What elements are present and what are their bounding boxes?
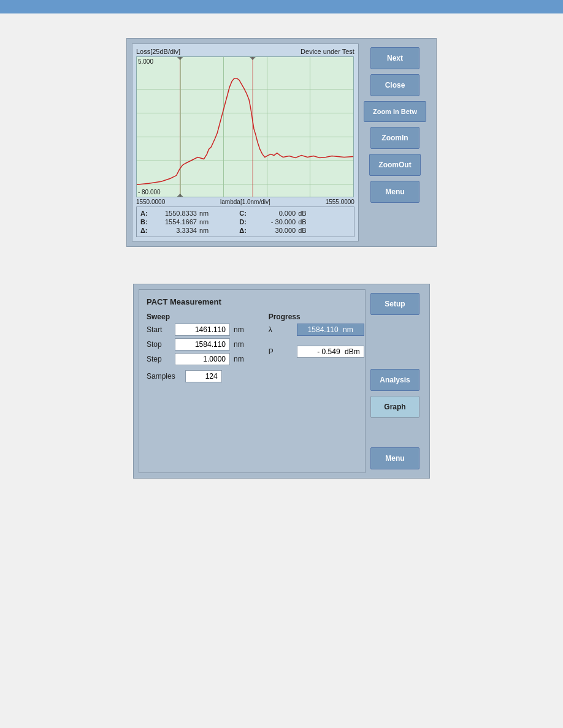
graph-button[interactable]: Graph (370, 396, 419, 418)
pact-content-area: PACT Measurement Sweep Start 1461.110 nm… (139, 289, 366, 473)
x-label: lambda[1.0nm/div] (220, 199, 270, 205)
p-value: - 0.549 dBm (297, 346, 364, 358)
meas-delta-value: 3.3334 (154, 227, 197, 234)
meas-delta: Δ: 3.3334 nm (140, 227, 209, 234)
meas-delta2-value: 30.000 (253, 227, 296, 234)
progress-label: Progress (269, 313, 364, 321)
samples-row: Samples 124 (147, 370, 244, 382)
pact-buttons-col: Setup Analysis Graph Menu (366, 289, 424, 473)
meas-col-right: C: 0.000 dB D: - 30.000 dB Δ: 30.000 (239, 210, 306, 234)
graph-chart: 5.000 - 80.000 (136, 56, 354, 197)
p-row: P - 0.549 dBm (269, 346, 364, 358)
start-row: Start 1461.110 nm (147, 324, 244, 336)
meas-delta2: Δ: 30.000 dB (239, 227, 306, 234)
samples-value: 124 (185, 370, 222, 382)
step-row: Step 1.0000 nm (147, 353, 244, 365)
graph-header: Loss[25dB/div] Device under Test (136, 48, 354, 55)
graph-panel: Loss[25dB/div] Device under Test 5.000 -… (126, 38, 437, 247)
meas-b: B: 1554.1667 nm (140, 218, 209, 226)
meas-col-left: A: 1550.8333 nm B: 1554.1667 nm Δ: 3.333… (140, 210, 209, 234)
pact-columns: Sweep Start 1461.110 nm Stop 1584.110 nm… (147, 313, 358, 382)
meas-c-value: 0.000 (253, 210, 296, 217)
meas-a: A: 1550.8333 nm (140, 210, 209, 217)
lambda-label: λ (269, 325, 293, 334)
pact-menu-button[interactable]: Menu (370, 447, 419, 469)
start-unit: nm (234, 325, 244, 334)
graph-content-area: Loss[25dB/div] Device under Test 5.000 -… (132, 44, 359, 241)
start-value: 1461.110 (175, 324, 230, 336)
meas-c-label: C: (239, 210, 250, 217)
sweep-label: Sweep (147, 313, 244, 321)
analysis-button[interactable]: Analysis (370, 369, 419, 391)
meas-a-value: 1550.8333 (154, 210, 197, 217)
meas-a-label: A: (140, 210, 151, 217)
lambda-value: 1584.110 nm (297, 324, 364, 336)
meas-d: D: - 30.000 dB (239, 218, 306, 226)
stop-row: Stop 1584.110 nm (147, 338, 244, 351)
meas-d-unit: dB (298, 218, 306, 226)
svg-marker-3 (250, 57, 256, 60)
step-unit: nm (234, 355, 244, 363)
graph-x-axis: 1550.0000 lambda[1.0nm/div] 1555.0000 (136, 199, 354, 205)
graph-menu-button[interactable]: Menu (370, 181, 419, 203)
meas-d-value: - 30.000 (253, 218, 296, 226)
meas-delta2-unit: dB (298, 227, 306, 234)
pact-panel: PACT Measurement Sweep Start 1461.110 nm… (133, 284, 430, 479)
top-banner (0, 0, 563, 13)
main-content: Loss[25dB/div] Device under Test 5.000 -… (0, 32, 563, 485)
meas-c: C: 0.000 dB (239, 210, 306, 217)
zoom-in-button[interactable]: ZoomIn (370, 127, 419, 149)
meas-row: A: 1550.8333 nm B: 1554.1667 nm Δ: 3.333… (140, 210, 350, 234)
stop-value: 1584.110 (175, 338, 230, 351)
lambda-row: λ 1584.110 nm (269, 324, 364, 336)
close-button[interactable]: Close (370, 74, 419, 96)
meas-b-unit: nm (199, 218, 209, 226)
setup-button[interactable]: Setup (370, 293, 419, 315)
next-button[interactable]: Next (370, 47, 419, 69)
graph-measurements: A: 1550.8333 nm B: 1554.1667 nm Δ: 3.333… (136, 207, 354, 237)
step-label: Step (147, 355, 171, 363)
x-end: 1555.0000 (326, 199, 354, 205)
meas-d-label: D: (239, 218, 250, 226)
meas-c-unit: dB (298, 210, 306, 217)
sweep-section: Sweep Start 1461.110 nm Stop 1584.110 nm… (147, 313, 244, 382)
progress-section: Progress λ 1584.110 nm P - 0.549 (269, 313, 364, 382)
zoom-in-betw-button[interactable]: Zoom In Betw (364, 101, 426, 122)
chart-svg (137, 57, 353, 197)
x-start: 1550.0000 (136, 199, 165, 205)
stop-label: Stop (147, 340, 171, 349)
meas-delta-unit: nm (199, 227, 209, 234)
zoom-out-button[interactable]: ZoomOut (369, 154, 420, 176)
svg-marker-4 (177, 194, 183, 197)
meas-b-label: B: (140, 218, 151, 226)
meas-delta-label: Δ: (140, 227, 151, 234)
graph-buttons-col: Next Close Zoom In Betw ZoomIn ZoomOut M… (359, 44, 431, 241)
meas-a-unit: nm (199, 210, 209, 217)
samples-label: Samples (147, 372, 175, 381)
p-label: P (269, 347, 293, 356)
meas-b-value: 1554.1667 (154, 218, 197, 226)
stop-unit: nm (234, 340, 244, 349)
start-label: Start (147, 325, 171, 334)
svg-marker-2 (177, 57, 183, 60)
y-axis-label: Loss[25dB/div] (136, 48, 180, 55)
meas-delta2-label: Δ: (239, 227, 250, 234)
step-value: 1.0000 (175, 353, 230, 365)
chart-title: Device under Test (301, 48, 354, 55)
pact-title: PACT Measurement (147, 297, 358, 306)
